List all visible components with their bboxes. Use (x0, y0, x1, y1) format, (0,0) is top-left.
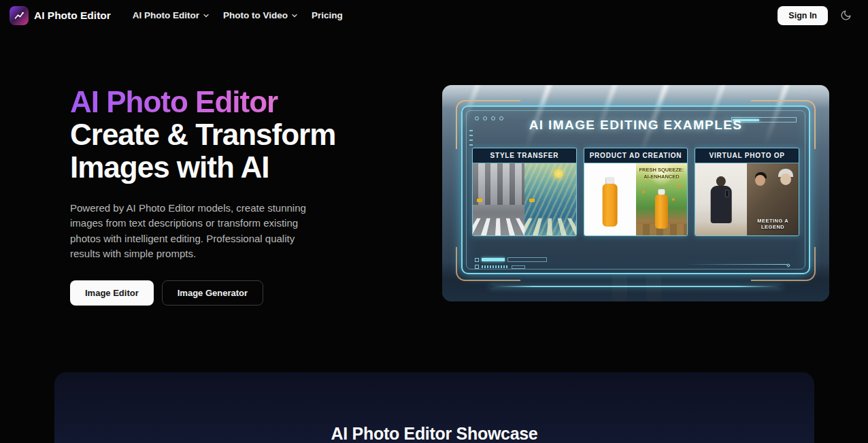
readout-row (475, 265, 547, 269)
hero-title-line3: Images with AI (70, 151, 397, 184)
image-generator-button[interactable]: Image Generator (162, 280, 263, 306)
chevron-down-icon (291, 12, 298, 19)
card-body: FRESH SQUEEZE: AI-ENHANCED (584, 163, 688, 235)
card-virtual-photo-op: VIRTUAL PHOTO OP MEETIN (695, 148, 799, 236)
card-product-ad-creation: PRODUCT AD CREATION FRESH SQUEEZE: AI-E (584, 148, 688, 236)
product-before-image (584, 163, 636, 235)
hud-readout-panel (475, 257, 547, 269)
hud-tick (469, 135, 473, 136)
readout-box (507, 257, 547, 262)
style-transfer-before-image (473, 163, 524, 235)
hero-title-gradient-line: AI Photo Editor (70, 86, 397, 118)
hero-text-block: AI Photo Editor Create & Transform Image… (70, 86, 397, 306)
orange-fruit (672, 198, 675, 201)
navbar-left: AI Photo Editor AI Photo Editor Photo to… (10, 5, 350, 26)
taxi (477, 199, 482, 202)
hud-example-cards: STYLE TRANSFER PRO (472, 148, 799, 236)
selfie-before-image (695, 163, 747, 235)
nav-item-label: AI Photo Editor (133, 10, 199, 20)
hero-description: Powered by AI Photo Editor models, creat… (70, 201, 315, 262)
product-after-image: FRESH SQUEEZE: AI-ENHANCED (636, 163, 688, 235)
crosswalk (524, 218, 576, 235)
nav-links: AI Photo Editor Photo to Video Pricing (126, 5, 350, 26)
ad-overlay-text: FRESH SQUEEZE: AI-ENHANCED (636, 167, 688, 180)
style-transfer-after-image (524, 163, 576, 235)
orange-fruit (678, 185, 680, 188)
moon-icon (840, 10, 852, 21)
hero-showcase-image: AI IMAGE EDITING EXAMPLES STYLE TRANSFER (442, 85, 829, 301)
hud-title: AI IMAGE EDITING EXAMPLES (442, 118, 829, 133)
readout-row (475, 257, 547, 262)
nav-item-label: Photo to Video (223, 10, 288, 20)
einstein-face (780, 174, 791, 185)
card-body: MEETING A LEGEND (695, 163, 799, 235)
taxi (529, 199, 535, 202)
image-editor-button[interactable]: Image Editor (70, 280, 154, 306)
nav-item-pricing[interactable]: Pricing (305, 5, 350, 26)
hud-bottom-glow-line (490, 286, 782, 287)
juice-bottle (602, 184, 618, 227)
chevron-down-icon (203, 12, 210, 19)
crosswalk (473, 218, 524, 235)
nav-item-label: Pricing (312, 10, 343, 20)
hud-tick (469, 140, 473, 141)
readout-box (512, 265, 525, 269)
person-head (716, 176, 726, 186)
hero-title: AI Photo Editor Create & Transform Image… (70, 86, 397, 184)
readout-square (475, 265, 479, 269)
showcase-title: AI Photo Editor Showcase (54, 372, 814, 443)
readout-square (475, 258, 479, 262)
orange-fruit (642, 191, 645, 193)
card-header: VIRTUAL PHOTO OP (695, 148, 799, 163)
brand-title[interactable]: AI Photo Editor (34, 10, 111, 22)
page: AI Photo Editor AI Photo Editor Photo to… (0, 0, 868, 443)
sparkle-zigzag-icon (14, 10, 24, 21)
bottle-cap (658, 189, 665, 194)
hud-tick (469, 144, 473, 146)
juice-bottle (655, 195, 667, 229)
card-body (473, 163, 576, 235)
app-logo-icon[interactable] (10, 6, 29, 25)
hud-right-line (685, 264, 787, 265)
navbar: AI Photo Editor AI Photo Editor Photo to… (0, 0, 868, 31)
nav-item-ai-photo-editor[interactable]: AI Photo Editor (126, 5, 216, 26)
hero-buttons: Image Editor Image Generator (70, 280, 397, 306)
theme-toggle-button[interactable] (837, 7, 854, 24)
showcase-section: AI Photo Editor Showcase (54, 372, 814, 443)
person-silhouette (711, 176, 731, 229)
nav-item-photo-to-video[interactable]: Photo to Video (216, 5, 305, 26)
bottle-cap (606, 177, 614, 184)
selfie-after-image: MEETING A LEGEND (747, 163, 799, 235)
card-header: PRODUCT AD CREATION (584, 148, 688, 163)
readout-stripes (482, 265, 509, 268)
card-style-transfer: STYLE TRANSFER (472, 148, 577, 236)
sign-in-button[interactable]: Sign In (778, 6, 828, 25)
ad-overlay-line1: FRESH SQUEEZE: (636, 167, 688, 174)
navbar-right: Sign In (778, 6, 858, 25)
ad-overlay-line2: AI-ENHANCED (636, 174, 688, 180)
card-header: STYLE TRANSFER (473, 148, 576, 163)
legend-caption: MEETING A LEGEND (747, 218, 799, 230)
phone (725, 190, 729, 197)
man-face (755, 175, 765, 186)
hero-title-line2: Create & Transform (70, 118, 397, 151)
painted-sun (553, 168, 564, 179)
readout-bar (482, 258, 505, 261)
